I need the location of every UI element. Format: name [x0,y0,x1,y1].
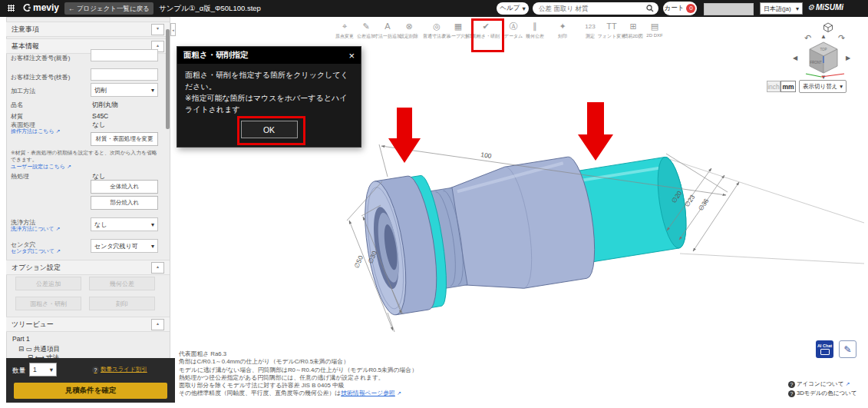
toolbar-marking[interactable]: ✦刻印 [553,21,573,40]
section-notice[interactable]: 注意事項 ▾ [6,22,170,37]
chevron-down-icon: ▾ [50,366,53,373]
user-settings-link[interactable]: ユーザー設定はこちら ↗ [11,163,71,171]
chevron-down-icon: ▾ [151,221,154,228]
ok-button[interactable]: OK [241,121,298,138]
part-bore [369,205,404,290]
option-geometric-button[interactable]: 幾何公差 [89,277,155,290]
eye-icon: ◎ [433,21,441,32]
robot-icon [820,349,830,355]
toolbar-ungroup-holes[interactable]: ▦グループ穴解除 [448,21,468,40]
toolbar-simple-2d[interactable]: ⊞簡易2D図 [623,21,643,40]
roughness-dialog: 面粗さ・研削指定 × 面粗さ・研削を指定する箇所をクリックしてください。 ※指定… [177,46,361,148]
external-link-icon: ↗ [67,164,71,169]
annotation-arrow-left [388,108,421,163]
unit-mm-toggle[interactable]: mm [781,81,796,92]
center-hole-select[interactable]: センタ穴残り可▾ [91,239,158,253]
ai-chat-button[interactable]: AI Chat [816,340,833,358]
dimension-icon: A [384,21,390,32]
option-roughness-button[interactable]: 面粗さ・研削 [15,297,81,310]
note-icon: ✎ [843,344,851,355]
search-icon[interactable] [646,5,654,12]
confirm-quote-button[interactable]: 見積条件を確定 [14,383,167,399]
question-icon: ? [788,390,795,397]
note-line: モデルに逃げ溝がない場合、円筒隅部はR0～R0.4の仕上がり（モデルR0.5未満… [179,367,417,374]
toolbar-datum[interactable]: Ⓐデータム [503,21,523,40]
quantity-label: 数量 [12,367,25,376]
toolbar-origin-change[interactable]: ⌖原点変更 [335,21,355,40]
order-parent-input[interactable] [91,49,158,61]
help-menu[interactable]: ヘルプ▾ [497,2,529,15]
view-cube[interactable]: TOP FRONT [803,40,846,78]
toolbar-batch-dimensions[interactable]: A寸法一括追加 [378,21,398,40]
tech-info-link[interactable]: 技術情報ページ参照 [341,390,395,396]
collapse-toggle-icon[interactable]: ▾ [151,24,164,35]
partial-quench-button[interactable]: 部分焼入れ [91,196,158,210]
quantity-select[interactable]: 1▾ [29,363,57,376]
full-quench-button[interactable]: 全体焼入れ [91,180,158,194]
quantity-discount-link[interactable]: ? 数量スライド割引 [92,366,147,373]
wash-help-link[interactable]: 洗浄方法について ↗ [11,225,60,233]
change-material-button[interactable]: 材質・表面処理を変更 [91,132,158,146]
section-tree-view[interactable]: ツリービュー ▴ [6,317,170,332]
rotate-up-icon[interactable]: ▲ [820,33,827,40]
toolbar-surface-roughness[interactable]: ✔面粗さ・研削 [476,21,496,40]
sidebar-collapse-handle[interactable]: ◂ [170,23,176,36]
dim-d36: ∅36 [697,197,711,212]
cube-top-label: TOP [820,48,827,51]
tree-expand-icon[interactable]: ⊟ [18,345,24,353]
part-body [437,154,602,299]
note-line: 角部はC/R0.1～0.4mmの仕上がり（モデルC/R0.5未満の場合） [179,358,417,366]
toolbar-geometric-tolerance[interactable]: ∥幾何公差 [525,21,545,40]
tree-node-part[interactable]: Part 1 [12,335,30,343]
dim-d23: ∅23 [683,193,697,208]
collapse-toggle-icon[interactable]: ▴ [151,319,164,330]
dialog-titlebar: 面粗さ・研削指定 × [177,47,361,64]
icons-about-link[interactable]: ? アイコンについて ↗ [788,380,850,388]
collapse-toggle-icon[interactable]: ▴ [151,262,164,274]
toolbar-2d-dxf[interactable]: ▤2D DXF [645,21,665,40]
group-holes-icon: ▦ [454,21,462,32]
rotate-right-arrow-icon[interactable]: ▶ [846,55,850,61]
drawing-2d-icon: ⊞ [629,21,636,32]
language-select[interactable]: 日本語(ja)▾ [760,2,803,15]
method-label: 加工方法 [11,87,35,95]
note-button[interactable]: ✎ [839,340,856,358]
cart-count-badge: 0 [686,4,695,13]
dxf-icon: ▤ [651,21,658,32]
search-box [533,2,658,15]
method-select[interactable]: 切削▾ [91,83,158,97]
center-hole-help-link[interactable]: センタ穴について ↗ [11,247,61,255]
close-icon[interactable]: × [348,51,355,61]
order-child-input[interactable] [91,68,158,81]
toolbar-delete-settings[interactable]: ⊗設定削除 [399,21,419,40]
cart-button[interactable]: カート 0 [663,2,697,15]
dialog-message-2: ※指定可能な箇所はマウスをホバーするとハイライトされます [185,92,353,115]
rotate-left-arrow-icon[interactable]: ◀ [793,55,797,61]
product-value: 切削丸物 [92,101,118,110]
app-grid-icon[interactable] [8,5,15,12]
sidebar-scrollbar[interactable] [166,29,170,129]
toolbar-font-change[interactable]: TTフォント変更 [602,21,622,40]
part-groove [423,187,467,289]
search-input[interactable] [537,4,646,13]
note-line: 代表面粗さ Ra6.3 [179,350,417,358]
wash-select[interactable]: なし▾ [91,217,158,231]
surface-value: なし [92,121,105,130]
display-toggle-button[interactable]: 表示切り替え▾ [799,80,847,93]
model-colors-link[interactable]: ? 3Dモデルの色について [788,390,857,397]
topbar-field [704,3,754,15]
file-name: サンプル①_α版_Φ50L100.step [159,4,261,14]
unit-inch-toggle[interactable]: inch [767,81,781,92]
part-surface-cyan-ring [407,174,452,308]
option-tolerance-button[interactable]: 公差追加 [15,277,81,290]
option-marking-button[interactable]: 刻印 [89,297,155,310]
dim-length: 100 [480,151,493,160]
surface-help-link[interactable]: 操作方法はこちら ↗ [11,128,60,135]
section-options[interactable]: オプション設定 ▴ [6,260,170,275]
font-icon: TT [606,21,616,32]
question-icon: ? [92,367,99,373]
external-link-icon: ↗ [56,248,61,254]
home-view-icon[interactable] [823,22,833,32]
dim-d30: ∅30 [366,250,378,265]
back-to-projects-button[interactable]: ← プロジェクト一覧に戻る [64,2,153,15]
